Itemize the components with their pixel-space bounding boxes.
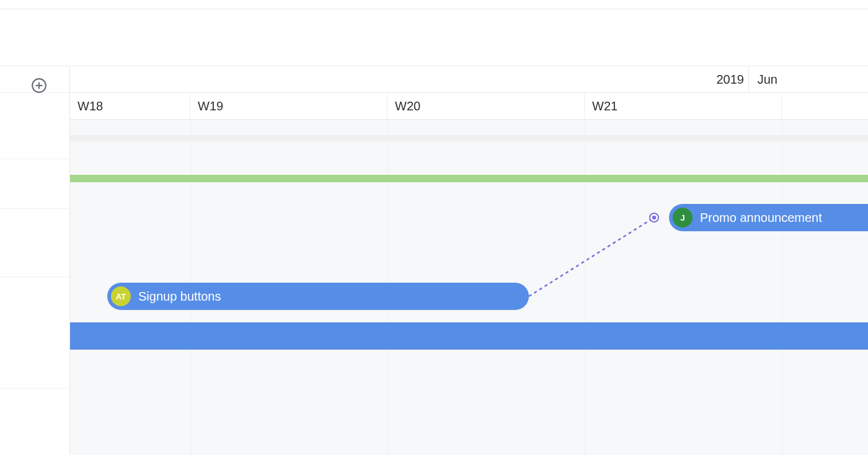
week-column-header[interactable]: W18 [70,93,190,119]
assignee-avatar: AT [111,286,131,306]
month-header: 2019 Jun [70,66,868,93]
task-label: Promo announcement [700,211,822,225]
assignee-avatar: J [673,208,693,228]
week-column-header[interactable]: W20 [388,93,585,119]
task-signup-buttons[interactable]: AT Signup buttons [107,283,529,310]
year-label: 2019 [717,66,745,93]
task-promo-announcement[interactable]: J Promo announcement [669,204,868,231]
side-panel [0,66,69,455]
task-label: Signup buttons [138,289,221,304]
week-column-header[interactable]: W21 [585,93,782,119]
week-column-header[interactable]: W19 [190,93,388,119]
week-header: W18 W19 W20 W21 [70,93,868,120]
side-row [0,277,69,389]
task-bar-unlabeled[interactable] [70,322,868,350]
grid-line [585,120,585,455]
week-label: W19 [198,99,223,113]
month-label: Jun [758,66,777,93]
summary-bar-grey [70,135,868,141]
week-label: W20 [395,99,420,113]
grid-line [782,120,782,455]
week-label: W18 [78,99,103,113]
summary-bar-green[interactable] [70,175,868,182]
side-row [0,209,69,277]
month-separator [748,66,749,92]
timeline[interactable]: 2019 Jun W18 W19 W20 W21 J Promo announc… [69,66,868,455]
add-button[interactable] [30,77,48,94]
week-label: W21 [592,99,618,113]
side-row [0,93,69,159]
top-border [0,0,868,9]
side-row [0,159,69,209]
plus-circle-icon [31,77,47,94]
upper-blank-bar [0,9,868,66]
